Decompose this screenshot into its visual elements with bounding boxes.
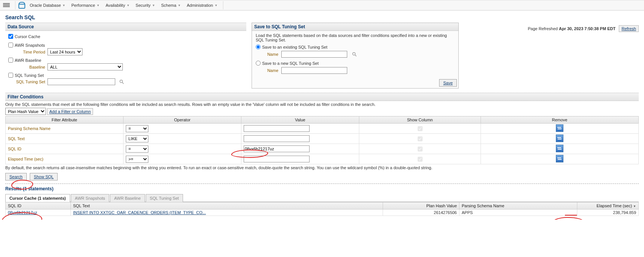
filter-op-select[interactable]: = xyxy=(126,145,148,153)
result-schema: APPS xyxy=(459,210,577,216)
filter-value-input[interactable] xyxy=(244,125,310,132)
filter-op-select[interactable]: = xyxy=(126,125,148,132)
menu-administration[interactable]: Administration▼ xyxy=(185,0,220,10)
filter-value-input[interactable] xyxy=(244,145,310,152)
database-icon xyxy=(18,2,25,9)
hamburger-icon[interactable] xyxy=(3,3,10,8)
sts-input[interactable] xyxy=(47,78,115,85)
result-elapsed: 238,794.859 xyxy=(577,210,639,216)
show-column-checkbox xyxy=(418,147,423,151)
filter-attr: SQL Text xyxy=(6,134,124,144)
refresh-button[interactable]: Refresh xyxy=(619,25,639,32)
filter-attr: Elapsed Time (sec) xyxy=(6,154,124,164)
show-sql-button[interactable]: Show SQL xyxy=(30,173,58,181)
sort-desc-icon: ▼ xyxy=(633,205,636,208)
divider xyxy=(5,184,639,184)
top-menu: Oracle Database▼ Performance▼ Availabili… xyxy=(0,0,644,11)
filter-footnote: By default, the search returns all case-… xyxy=(5,165,639,170)
menu-oracle-database[interactable]: Oracle Database▼ xyxy=(27,0,67,10)
results-table: SQL ID SQL Text Plan Hash Value Parsing … xyxy=(5,202,639,216)
chevron-down-icon: ▼ xyxy=(152,4,155,7)
results-row: 08vx6b21217uz INSERT INTO XXTGC_OAR_CADE… xyxy=(6,210,639,216)
search-icon[interactable] xyxy=(119,79,124,84)
remove-icon[interactable] xyxy=(556,145,563,152)
awr-baseline-checkbox[interactable] xyxy=(8,58,13,63)
sts-new-radio[interactable] xyxy=(256,61,261,66)
show-column-checkbox xyxy=(418,136,423,141)
filter-attr: SQL ID xyxy=(6,144,124,154)
save-sts-desc: Load the SQL statements based on the dat… xyxy=(256,33,455,42)
chevron-down-icon: ▼ xyxy=(63,4,66,7)
chevron-down-icon: ▼ xyxy=(127,4,130,7)
cursor-cache-checkbox[interactable] xyxy=(8,34,13,39)
add-filter-select[interactable]: Plan Hash Value xyxy=(5,108,46,115)
svg-point-0 xyxy=(120,80,122,83)
search-button[interactable]: Search xyxy=(5,173,27,181)
filter-op-select[interactable]: >= xyxy=(126,156,148,163)
col-operator: Operator xyxy=(124,116,241,124)
results-tab[interactable]: SQL Tuning Set xyxy=(146,194,183,202)
filter-row: Parsing Schema Name= xyxy=(6,124,639,134)
svg-line-1 xyxy=(122,83,124,84)
menu-schema[interactable]: Schema▼ xyxy=(159,0,183,10)
sts-existing-name-input[interactable] xyxy=(281,51,347,58)
show-column-checkbox xyxy=(418,126,423,131)
save-sts-panel: Save to SQL Tuning Set Load the SQL stat… xyxy=(252,23,459,89)
page-title: Search SQL xyxy=(5,14,639,20)
menu-availability[interactable]: Availability▼ xyxy=(103,0,132,10)
rescol-elapsed[interactable]: Elapsed Time (sec)▼ xyxy=(577,202,639,210)
col-filter-attr: Filter Attribute xyxy=(6,116,124,124)
divider xyxy=(223,1,223,9)
baseline-select[interactable]: ALL xyxy=(47,63,123,70)
baseline-label: Baseline xyxy=(15,65,45,69)
filter-head: Filter Conditions xyxy=(5,93,639,101)
remove-icon[interactable] xyxy=(556,124,563,132)
results-tab[interactable]: Cursor Cache (1 statements) xyxy=(5,194,70,202)
result-phv: 2614276506 xyxy=(383,210,459,216)
rescol-schema[interactable]: Parsing Schema Name xyxy=(459,202,577,210)
results-tab[interactable]: AWR Baseline xyxy=(110,194,145,202)
rescol-phv[interactable]: Plan Hash Value xyxy=(383,202,459,210)
sts-existing-radio[interactable] xyxy=(256,44,261,49)
chevron-down-icon: ▼ xyxy=(215,4,218,7)
rescol-sqltext[interactable]: SQL Text xyxy=(71,202,383,210)
rescol-sqlid[interactable]: SQL ID xyxy=(6,202,71,210)
remove-icon[interactable] xyxy=(556,155,563,162)
menu-security[interactable]: Security▼ xyxy=(133,0,157,10)
data-source-head: Data Source xyxy=(5,23,246,31)
col-remove: Remove xyxy=(481,116,639,124)
refresh-line: Page Refreshed Apr 30, 2023 7:50:38 PM E… xyxy=(528,26,639,31)
filter-attr: Parsing Schema Name xyxy=(6,124,124,134)
save-button[interactable]: Save xyxy=(439,79,457,87)
col-value: Value xyxy=(241,116,359,124)
col-show: Show Column xyxy=(359,116,481,124)
results-tabs: Cursor Cache (1 statements)AWR Snapshots… xyxy=(5,194,639,202)
results-tab[interactable]: AWR Snapshots xyxy=(71,194,109,202)
svg-line-3 xyxy=(355,55,357,57)
filter-op-select[interactable]: LIKE xyxy=(126,135,148,142)
chevron-down-icon: ▼ xyxy=(178,4,181,7)
add-filter-link[interactable]: Add a Filter or Column xyxy=(47,108,93,115)
filter-row: Elapsed Time (sec)>= xyxy=(6,154,639,164)
result-sqlid-link[interactable]: 08vx6b21217uz xyxy=(6,210,71,216)
search-icon[interactable] xyxy=(352,52,357,57)
filter-value-input[interactable] xyxy=(244,135,310,142)
refresh-time: Apr 30, 2023 7:50:38 PM EDT xyxy=(559,26,615,31)
result-sqltext-link[interactable]: INSERT INTO XXTGC_OAR_CADENCE_ORDERS (IT… xyxy=(71,210,383,216)
time-period-select[interactable]: Last 24 hours xyxy=(47,48,82,55)
filter-row: SQL TextLIKE xyxy=(6,134,639,144)
svg-point-2 xyxy=(353,52,355,55)
awr-snapshots-checkbox[interactable] xyxy=(8,43,13,47)
save-sts-head: Save to SQL Tuning Set xyxy=(252,23,458,31)
sts-new-name-input xyxy=(281,67,347,74)
show-column-checkbox xyxy=(418,157,423,162)
remove-icon[interactable] xyxy=(556,135,563,142)
filter-hint: Only the SQL statements that meet all th… xyxy=(5,102,639,107)
menu-performance[interactable]: Performance▼ xyxy=(69,0,102,10)
filter-value-input[interactable] xyxy=(244,156,310,162)
sts-label: SQL Tuning Set xyxy=(15,80,45,84)
sts-checkbox[interactable] xyxy=(8,73,13,78)
results-title: Results (1 statements) xyxy=(5,186,639,191)
filter-conditions-section: Filter Conditions Only the SQL statement… xyxy=(5,93,639,184)
data-source-panel: Data Source Cursor Cache AWR Snapshots T… xyxy=(5,23,246,90)
